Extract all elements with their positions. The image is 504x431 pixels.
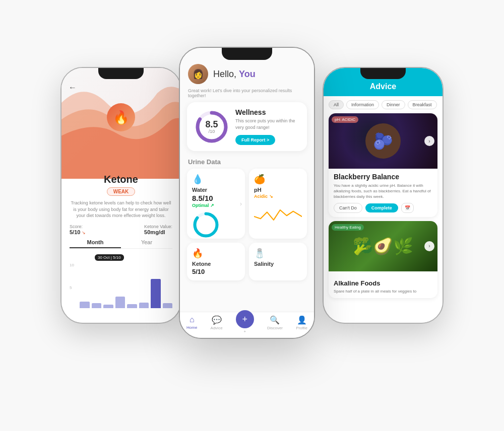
user-avatar: 👩 (188, 64, 208, 84)
score-value: 5/10 (70, 229, 80, 235)
nav-home[interactable]: ⌂ Home (186, 315, 197, 334)
salinity-sm-title: Salinity (254, 261, 302, 267)
calendar-button[interactable]: 📅 (401, 203, 414, 213)
alkaline-card: 🥦🥑🌿 Healthy Eating › Alkaline Foods Spar… (329, 221, 437, 298)
data-cards-row1: 💧 Water 8.5/10 Optimal ↗ (180, 169, 314, 239)
ph-acidic-badge: pH: ACIDIC (332, 116, 358, 123)
left-phone: ← 🔥 Ketone WEAK Tracking ketone levels c… (60, 67, 181, 324)
score-arrow: ↘ (82, 230, 86, 235)
bar-2 (92, 303, 102, 308)
advice-icon: 💬 (212, 315, 222, 325)
alkaline-nav-arrow[interactable]: › (424, 241, 434, 251)
salinity-card-sm: 🧂 Salinity (249, 243, 307, 280)
ketone-sm-value: 5/10 (192, 268, 240, 275)
alkaline-card-body: Alkaline Foods Spare half of a plate in … (329, 276, 437, 298)
wellness-denom: /10 (205, 129, 218, 134)
nav-test[interactable]: + + (236, 315, 254, 334)
center-subtitle: Great work! Let's dive into your persona… (180, 88, 314, 102)
salinity-icon: 🧂 (254, 248, 302, 259)
cant-do-button[interactable]: Can't Do (334, 203, 362, 213)
healthy-eating-badge: Healthy Eating (332, 224, 364, 231)
back-arrow[interactable]: ← (69, 83, 77, 92)
right-phone: Advice All Information Dinner Breakfast … (323, 67, 444, 324)
nav-profile[interactable]: 👤 Profile (296, 315, 307, 334)
discover-icon: 🔍 (270, 315, 280, 325)
bar-chart: 10 5 (70, 263, 172, 308)
water-status: Optimal ↗ (192, 203, 240, 208)
weak-badge-container: WEAK (70, 187, 172, 196)
complete-button[interactable]: Complete (365, 203, 398, 212)
filter-information[interactable]: Information (346, 100, 379, 109)
greeting-name: You (239, 69, 256, 79)
home-label: Home (186, 325, 197, 330)
advice-title: Advice (331, 82, 435, 91)
blackberry-image: 🫐 pH: ACIDIC › (329, 113, 437, 169)
wellness-number: 8.5 (205, 120, 218, 129)
phones-container: ← 🔥 Ketone WEAK Tracking ketone levels c… (45, 27, 459, 404)
left-phone-notch (98, 68, 144, 79)
weak-badge: WEAK (107, 187, 136, 196)
filter-all[interactable]: All (329, 100, 344, 109)
chart-y-labels: 10 5 (70, 263, 74, 308)
water-card-more[interactable]: › (240, 200, 242, 207)
ph-card: 🍊 pH Acidic ↘ (249, 169, 307, 239)
urine-data-label: Urine Data (180, 156, 314, 169)
bar-7-highlight (151, 279, 161, 308)
blackberry-card: 🫐 pH: ACIDIC › Blackberry Balance You ha… (329, 113, 437, 217)
filter-bar: All Information Dinner Breakfast (324, 96, 443, 113)
water-title: Water (192, 187, 240, 193)
ketone-icon: 🔥 (192, 248, 240, 259)
month-year-tabs: Month Year (70, 239, 172, 249)
nav-discover[interactable]: 🔍 Discover (267, 315, 283, 334)
water-icon: 💧 (192, 174, 240, 185)
flame-icon: 🔥 (107, 103, 135, 131)
blackberry-title: Blackberry Balance (334, 173, 432, 181)
ketone-label: Ketone Value: (144, 224, 172, 229)
water-donut-chart (192, 211, 240, 234)
center-phone-notch (222, 48, 272, 60)
blackberry-description: You have a slightly acidic urine pH. Bal… (334, 183, 432, 200)
wellness-card: 8.5 /10 Wellness This score puts you wit… (187, 102, 307, 151)
nav-advice[interactable]: 💬 Advice (211, 315, 223, 334)
tab-month[interactable]: Month (70, 239, 121, 248)
chart-tooltip: 30 Oct | 5/10 (70, 252, 172, 263)
veggie-image: 🥦🥑🌿 Healthy Eating › (329, 221, 437, 276)
score-item-right: Ketone Value: 50mg/dl (144, 224, 172, 235)
ph-status: Acidic ↘ (254, 194, 302, 199)
right-phone-notch (360, 68, 406, 79)
center-phone: 👩 Hello, You Great work! Let's dive into… (179, 47, 315, 339)
bar-4 (115, 297, 125, 308)
score-item-left: Score: 5/10 ↘ (70, 224, 86, 235)
chart-label-10: 10 (70, 263, 74, 267)
card-nav-arrow[interactable]: › (424, 136, 434, 146)
scores-row: Score: 5/10 ↘ Ketone Value: 50mg/dl (70, 224, 172, 235)
wellness-donut: 8.5 /10 (194, 109, 229, 145)
score-label: Score: (70, 224, 83, 229)
center-nav: ⌂ Home 💬 Advice + + 🔍 Discover (180, 312, 314, 338)
filter-breakfast[interactable]: Breakfast (408, 100, 437, 109)
water-card: 💧 Water 8.5/10 Optimal ↗ (187, 169, 245, 239)
wellness-score: 8.5 /10 (205, 120, 218, 134)
bar-5 (127, 304, 137, 308)
right-phone-screen: Advice All Information Dinner Breakfast … (324, 68, 443, 323)
ketone-value: 50mg/dl (144, 229, 165, 235)
ph-wave-chart (254, 202, 302, 225)
filter-dinner[interactable]: Dinner (382, 100, 405, 109)
water-donut-svg (192, 211, 220, 239)
greeting-text: Hello, (213, 69, 239, 79)
water-value: 8.5/10 (192, 194, 213, 202)
test-plus-button[interactable]: + (236, 310, 254, 328)
full-report-button[interactable]: Full Report > (235, 135, 275, 145)
ketone-description: Tracking ketone levels can help to check… (70, 200, 172, 219)
profile-label: Profile (296, 326, 307, 330)
svg-point-3 (195, 214, 217, 236)
bars-area (80, 268, 172, 308)
ph-title: pH (254, 187, 302, 193)
data-cards-row2: 🔥 Ketone 5/10 🧂 Salinity (180, 243, 314, 280)
tab-year[interactable]: Year (121, 239, 172, 248)
left-phone-screen: ← 🔥 Ketone WEAK Tracking ketone levels c… (61, 68, 180, 323)
test-label: + (243, 329, 246, 334)
ketone-title: Ketone (70, 174, 172, 185)
water-value-row: 8.5/10 (192, 194, 240, 203)
plus-icon: + (242, 314, 247, 325)
